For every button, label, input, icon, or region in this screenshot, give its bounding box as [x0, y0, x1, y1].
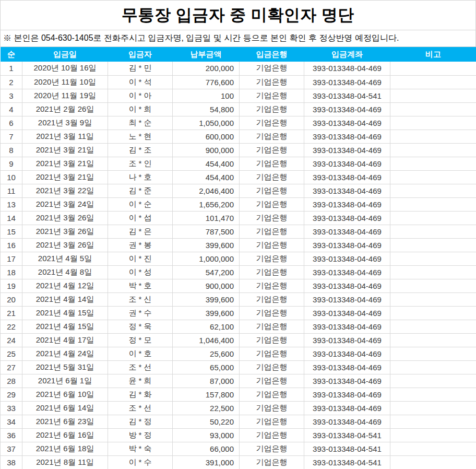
cell-note	[390, 455, 476, 469]
cell-no: 9	[1, 157, 22, 170]
header-no: 순	[1, 47, 22, 62]
cell-no: 3	[1, 89, 22, 102]
cell-account: 393-013348-04-469	[304, 279, 390, 292]
table-row: 282021년 6월 1일윤 * 희87,000기업은행393-013348-0…	[1, 374, 476, 388]
cell-date: 2021년 3월 21일	[22, 143, 108, 157]
header-name: 입금자	[108, 47, 173, 62]
cell-note	[390, 89, 476, 102]
cell-amount: 1,000,000	[173, 252, 240, 265]
cell-note	[390, 130, 476, 143]
cell-account: 393-013348-04-469	[304, 197, 390, 211]
cell-bank: 기업은행	[240, 374, 304, 388]
cell-name: 이 * 진	[108, 252, 173, 265]
cell-note	[390, 170, 476, 184]
cell-note	[390, 442, 476, 455]
cell-bank: 기업은행	[240, 143, 304, 157]
cell-amount: 1,050,000	[173, 116, 240, 130]
cell-bank: 기업은행	[240, 89, 304, 102]
cell-account: 393-013348-04-469	[304, 347, 390, 360]
cell-note	[390, 333, 476, 347]
table-row: 32020년 11월 19일이 * 아100기업은행393-013348-04-…	[1, 89, 476, 102]
table-row: 112021년 3월 22일김 * 준2,046,400기업은행393-0133…	[1, 184, 476, 197]
cell-note	[390, 157, 476, 170]
cell-account: 393-013348-04-469	[304, 292, 390, 306]
cell-name: 김 * 화	[108, 388, 173, 401]
cell-account: 393-013348-04-469	[304, 211, 390, 225]
cell-date: 2021년 3월 24일	[22, 197, 108, 211]
cell-name: 권 * 봉	[108, 238, 173, 252]
cell-note	[390, 252, 476, 265]
table-row: 82021년 3월 21일김 * 조900,000기업은행393-013348-…	[1, 143, 476, 157]
cell-date: 2021년 6월 14일	[22, 401, 108, 415]
cell-date: 2021년 5월 31일	[22, 360, 108, 374]
cell-amount: 101,470	[173, 211, 240, 225]
cell-note	[390, 292, 476, 306]
cell-amount: 787,500	[173, 225, 240, 238]
cell-no: 21	[1, 306, 22, 320]
cell-bank: 기업은행	[240, 415, 304, 428]
cell-no: 14	[1, 211, 22, 225]
cell-no: 34	[1, 415, 22, 428]
cell-amount: 547,200	[173, 265, 240, 279]
cell-bank: 기업은행	[240, 306, 304, 320]
cell-amount: 50,220	[173, 415, 240, 428]
cell-name: 박 * 숙	[108, 442, 173, 455]
cell-no: 16	[1, 238, 22, 252]
cell-bank: 기업은행	[240, 62, 304, 75]
cell-name: 권 * 수	[108, 306, 173, 320]
cell-amount: 454,400	[173, 157, 240, 170]
cell-name: 김 * 준	[108, 184, 173, 197]
cell-note	[390, 265, 476, 279]
cell-no: 33	[1, 401, 22, 415]
cell-bank: 기업은행	[240, 279, 304, 292]
cell-bank: 기업은행	[240, 442, 304, 455]
cell-date: 2021년 3월 21일	[22, 157, 108, 170]
cell-note	[390, 279, 476, 292]
cell-no: 38	[1, 455, 22, 469]
cell-bank: 기업은행	[240, 184, 304, 197]
cell-no: 20	[1, 292, 22, 306]
cell-bank: 기업은행	[240, 388, 304, 401]
cell-date: 2021년 4월 17일	[22, 333, 108, 347]
cell-no: 22	[1, 320, 22, 333]
cell-account: 393-013348-04-469	[304, 320, 390, 333]
cell-amount: 399,600	[173, 306, 240, 320]
cell-bank: 기업은행	[240, 455, 304, 469]
cell-date: 2021년 3월 11일	[22, 130, 108, 143]
cell-name: 윤 * 희	[108, 374, 173, 388]
cell-no: 4	[1, 102, 22, 116]
cell-account: 393-013348-04-469	[304, 102, 390, 116]
cell-name: 김 * 조	[108, 143, 173, 157]
cell-name: 정 * 욱	[108, 320, 173, 333]
header-date: 입금일	[22, 47, 108, 62]
cell-bank: 기업은행	[240, 102, 304, 116]
cell-bank: 기업은행	[240, 130, 304, 143]
table-row: 182021년 4월 8일이 * 성547,200기업은행393-013348-…	[1, 265, 476, 279]
cell-name: 조 * 인	[108, 157, 173, 170]
cell-no: 24	[1, 333, 22, 347]
cell-account: 393-013348-04-469	[304, 62, 390, 75]
cell-name: 이 * 석	[108, 75, 173, 89]
cell-date: 2021년 6월 18일	[22, 442, 108, 455]
cell-date: 2021년 4월 15일	[22, 320, 108, 333]
cell-note	[390, 225, 476, 238]
cell-date: 2020년 11월 19일	[22, 89, 108, 102]
cell-bank: 기업은행	[240, 238, 304, 252]
cell-bank: 기업은행	[240, 75, 304, 89]
cell-date: 2020년 10월 16일	[22, 62, 108, 75]
cell-date: 2021년 8월 11일	[22, 455, 108, 469]
table-row: 22020년 11월 10일이 * 석776,600기업은행393-013348…	[1, 75, 476, 89]
cell-date: 2021년 3월 9일	[22, 116, 108, 130]
cell-note	[390, 320, 476, 333]
cell-account: 393-013348-04-469	[304, 374, 390, 388]
cell-amount: 900,000	[173, 279, 240, 292]
cell-no: 11	[1, 184, 22, 197]
cell-bank: 기업은행	[240, 347, 304, 360]
table-row: 332021년 6월 14일조 * 선22,500기업은행393-013348-…	[1, 401, 476, 415]
cell-date: 2021년 6월 10일	[22, 388, 108, 401]
cell-no: 29	[1, 388, 22, 401]
cell-amount: 87,000	[173, 374, 240, 388]
cell-amount: 62,100	[173, 320, 240, 333]
cell-amount: 22,500	[173, 401, 240, 415]
table-row: 152021년 3월 26일김 * 은787,500기업은행393-013348…	[1, 225, 476, 238]
